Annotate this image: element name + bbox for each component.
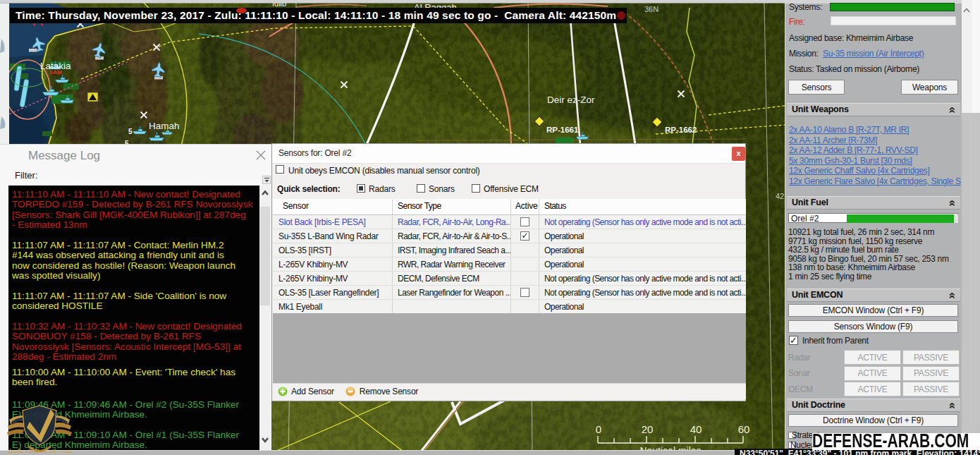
svg-text:36N: 36N <box>644 5 659 13</box>
svg-text:0: 0 <box>596 423 601 435</box>
svg-text:SAM: SAM <box>49 69 62 75</box>
svg-text:RP-1661: RP-1661 <box>546 126 579 134</box>
svg-text:40: 40 <box>690 423 702 435</box>
svg-text:5: 5 <box>128 128 133 135</box>
svg-text:Hamah: Hamah <box>149 121 180 131</box>
svg-text:Deir ez-Zor: Deir ez-Zor <box>547 95 595 105</box>
svg-text:60: 60 <box>738 423 750 435</box>
svg-text:المنتدى العربي للدفاع والتسليح: المنتدى العربي للدفاع والتسليح <box>7 448 72 454</box>
svg-text:20: 20 <box>642 423 654 435</box>
svg-text:RP-1662: RP-1662 <box>665 126 697 134</box>
svg-text:42: 42 <box>776 192 784 200</box>
